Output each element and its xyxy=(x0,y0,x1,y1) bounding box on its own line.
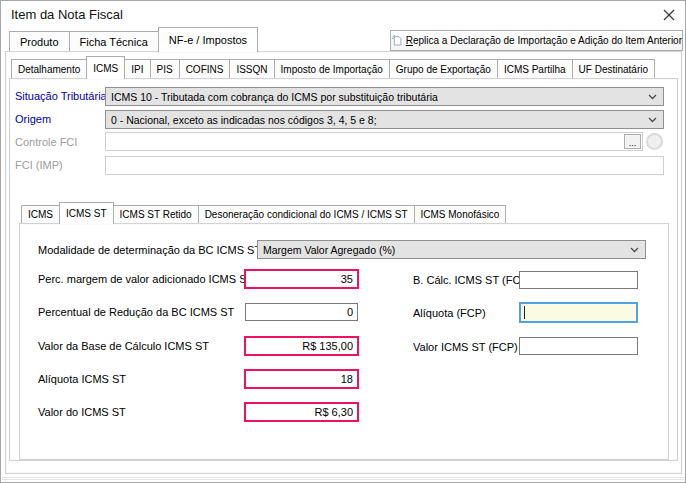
tab-imposto-importacao[interactable]: Imposto de Importação xyxy=(274,59,390,78)
tab-pis[interactable]: PIS xyxy=(150,59,180,78)
situacao-tributaria-label: Situação Tributária xyxy=(15,90,107,102)
situacao-tributaria-value: ICMS 10 - Tributada com cobrança do ICMS… xyxy=(111,91,438,103)
tab-nfe-impostos[interactable]: NF-e / Impostos xyxy=(158,27,258,52)
tab-issqn[interactable]: ISSQN xyxy=(229,59,274,78)
tab-ipi[interactable]: IPI xyxy=(124,59,150,78)
tab-uf-destinatario[interactable]: UF Destinatário xyxy=(572,59,655,78)
aliquota-fcp-input[interactable] xyxy=(519,302,638,323)
bcalc-fcp-input[interactable] xyxy=(519,271,638,289)
fci-imp-input[interactable] xyxy=(105,156,664,175)
tab-detalhamento[interactable]: Detalhamento xyxy=(11,59,87,78)
replica-icon xyxy=(391,34,402,47)
fci-circle-button[interactable] xyxy=(646,133,663,150)
dialog-title: Item da Nota Fiscal xyxy=(11,7,123,22)
aliquota-icms-st-input[interactable] xyxy=(244,369,359,389)
chevron-down-icon xyxy=(648,117,657,123)
tab-icms-inner[interactable]: ICMS xyxy=(21,205,60,223)
fci-imp-label: FCI (IMP) xyxy=(15,159,63,171)
valor-icms-st-input[interactable] xyxy=(244,402,359,422)
valor-fcp-label: Valor ICMS ST (FCP) xyxy=(413,341,518,353)
percentual-reducao-input[interactable] xyxy=(245,303,358,321)
tab-cofins[interactable]: COFINS xyxy=(179,59,231,78)
icms-tab-strip: ICMS ICMS ST ICMS ST Retido Desoneração … xyxy=(21,202,506,223)
modalidade-select[interactable]: Margem Valor Agregado (%) xyxy=(257,240,646,259)
tab-grupo-exportacao[interactable]: Grupo de Exportação xyxy=(389,59,498,78)
modalidade-label: Modalidade de determinação da BC ICMS ST xyxy=(38,244,261,256)
tab-produto[interactable]: Produto xyxy=(9,31,70,51)
replica-declaracao-button[interactable]: Replica a Declaração de Importação e Adi… xyxy=(390,30,683,51)
valor-base-calculo-input[interactable] xyxy=(244,336,359,356)
tab-icms-st[interactable]: ICMS ST xyxy=(59,202,114,224)
impostos-tab-strip: Detalhamento ICMS IPI PIS COFINS ISSQN I… xyxy=(11,56,655,78)
tab-icms-st-retido[interactable]: ICMS ST Retido xyxy=(113,205,199,223)
tab-icms[interactable]: ICMS xyxy=(86,56,125,79)
titlebar: Item da Nota Fiscal xyxy=(1,1,685,27)
aliquota-icms-st-label: Alíquota ICMS ST xyxy=(38,373,126,385)
aliquota-fcp-label: Alíquota (FCP) xyxy=(413,307,486,319)
valor-icms-st-label: Valor do ICMS ST xyxy=(38,406,126,418)
origem-value: 0 - Nacional, exceto as indicadas nos có… xyxy=(111,114,377,126)
modalidade-value: Margem Valor Agregado (%) xyxy=(263,244,395,256)
chevron-down-icon xyxy=(630,247,639,253)
tab-desoneracao[interactable]: Desoneração condicional do ICMS / ICMS S… xyxy=(198,205,415,223)
dialog-item-nota-fiscal: Item da Nota Fiscal Produto Ficha Técnic… xyxy=(0,0,686,483)
valor-base-calculo-label: Valor da Base de Cálculo ICMS ST xyxy=(38,340,209,352)
text-caret xyxy=(524,306,525,319)
bcalc-fcp-label: B. Cálc. ICMS ST (FCP) xyxy=(413,274,531,286)
origem-select[interactable]: 0 - Nacional, exceto as indicadas nos có… xyxy=(105,110,664,129)
tab-ficha-tecnica[interactable]: Ficha Técnica xyxy=(69,31,159,51)
controle-fci-input[interactable] xyxy=(105,132,643,151)
perc-margem-input[interactable] xyxy=(244,269,359,289)
main-tab-strip: Produto Ficha Técnica NF-e / Impostos xyxy=(9,27,258,51)
tab-icms-monofasico[interactable]: ICMS Monofásico xyxy=(414,205,507,223)
origem-label: Origem xyxy=(15,113,51,125)
percentual-reducao-label: Percentual de Redução da BC ICMS ST xyxy=(38,306,234,318)
controle-fci-label: Controle FCI xyxy=(15,136,77,148)
replica-label: Replica a Declaração de Importação e Adi… xyxy=(406,35,682,46)
browse-fci-button[interactable]: ... xyxy=(624,134,641,149)
tab-icms-partilha[interactable]: ICMS Partilha xyxy=(497,59,573,78)
chevron-down-icon xyxy=(648,94,657,100)
window-resize-edge xyxy=(2,477,684,480)
perc-margem-label: Perc. margem de valor adicionado ICMS ST xyxy=(38,273,253,285)
close-icon[interactable] xyxy=(662,8,676,22)
valor-fcp-input[interactable] xyxy=(519,337,638,355)
situacao-tributaria-select[interactable]: ICMS 10 - Tributada com cobrança do ICMS… xyxy=(105,87,664,106)
